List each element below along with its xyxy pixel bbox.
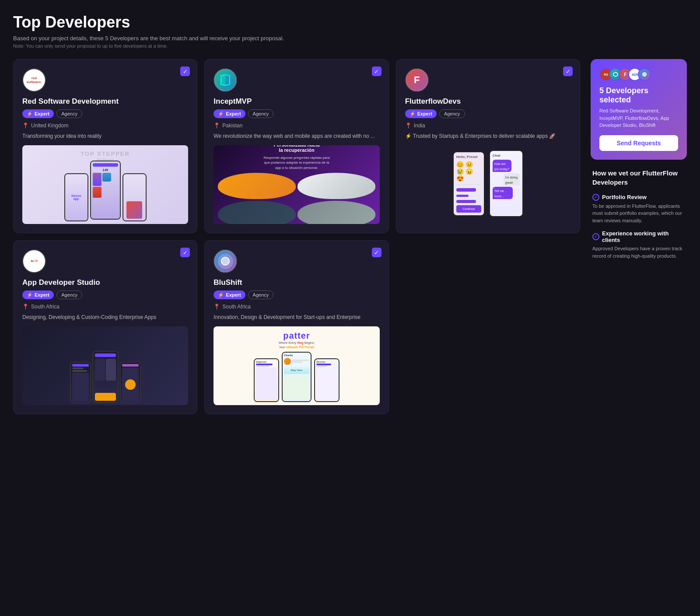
vet-section: How we vet our FlutterFlow Developers ✓ … (591, 168, 687, 260)
badges-flutterflowdevs: ⚡ Expert Agency (405, 109, 571, 118)
avatar-red-software: redsoftware. (22, 68, 46, 92)
card-checkbox-inceptmvp[interactable]: ✓ (372, 66, 382, 76)
location-app-developer-studio: 📍 South Africa (22, 304, 188, 310)
desc-inceptmvp: We revolutionize the way web and mobile … (214, 132, 379, 140)
badge-expert-red-software: ⚡ Expert (22, 109, 54, 118)
vet-item-experience: ✓ Experience working with clients Approv… (592, 230, 685, 259)
badge-expert-flutterflowdevs: ⚡ Expert (405, 109, 437, 118)
location-inceptmvp: 📍 Pakistan (214, 122, 379, 129)
cards-area: ✓ redsoftware. Red Software Development … (13, 59, 580, 414)
dev-card-flutterflowdevs[interactable]: ✓ F FlutterflowDevs ⚡ Expert Agency 📍 In… (396, 59, 580, 233)
location-pin-icon: 📍 (22, 304, 29, 310)
badge-expert-app-developer-studio: ⚡ Expert (22, 290, 54, 299)
desc-red-software: Transforming your idea into reality (22, 132, 188, 140)
page-note: Note: You can only send your proposal to… (13, 43, 687, 49)
selected-count: 5 Developers selected (599, 86, 678, 105)
portfolio-image-inceptmvp: Personalizada haciala recuperación Respo… (214, 145, 379, 224)
bottom-cards-grid: ✓ AD5 App Developer Studio ⚡ Expert Agen… (13, 240, 580, 414)
badges-app-developer-studio: ⚡ Expert Agency (22, 290, 188, 299)
dev-card-blushift[interactable]: ✓ BluShift ⚡ Expert Agency 📍 South Afric… (204, 240, 388, 414)
portfolio-image-app-developer-studio (22, 326, 188, 405)
dev-card-app-developer-studio[interactable]: ✓ AD5 App Developer Studio ⚡ Expert Agen… (13, 240, 197, 414)
location-pin-icon: 📍 (214, 304, 220, 310)
avatar-inceptmvp (214, 68, 237, 92)
desc-flutterflowdevs: ⚡ Trusted by Startups & Enterprises to d… (405, 132, 571, 140)
portfolio-image-flutterflowdevs: Hello, Preset 😊 😐 😢 😠 😍 Continue (405, 145, 571, 222)
badge-expert-inceptmvp: ⚡ Expert (214, 109, 245, 118)
badge-agency-blushift: Agency (248, 290, 274, 299)
location-blushift: 📍 South Africa (214, 304, 379, 310)
selected-names: Red Software Development, InceptMVP, Flu… (599, 107, 678, 129)
badge-expert-blushift: ⚡ Expert (214, 290, 245, 299)
check-icon-experience: ✓ (592, 233, 599, 240)
desc-app-developer-studio: Designing, Developing & Custom-Coding En… (22, 313, 188, 321)
sidebar-panel: RS F AD5 5 Developers selected Red Softw… (591, 59, 687, 266)
badge-agency-app-developer-studio: Agency (56, 290, 82, 299)
check-icon-portfolio: ✓ (592, 194, 599, 201)
sel-avatar-blushift (638, 68, 651, 81)
vet-item-portfolio: ✓ Portfolio Review To be approved in Flu… (592, 194, 685, 224)
dev-name-inceptmvp: InceptMVP (214, 97, 379, 106)
dev-card-inceptmvp[interactable]: ✓ InceptMVP ⚡ Expert Agency (204, 59, 388, 233)
badge-agency-flutterflowdevs: Agency (439, 109, 465, 118)
card-checkbox-app-developer-studio[interactable]: ✓ (180, 248, 190, 257)
location-red-software: 📍 United Kingdom (22, 122, 188, 129)
avatar-flutterflowdevs: F (405, 68, 429, 92)
badges-red-software: ⚡ Expert Agency (22, 109, 188, 118)
location-flutterflowdevs: 📍 India (405, 122, 571, 129)
location-pin-icon: 📍 (22, 122, 29, 129)
svg-marker-0 (613, 72, 618, 77)
top-cards-grid: ✓ redsoftware. Red Software Development … (13, 59, 580, 233)
location-pin-icon: 📍 (405, 122, 412, 129)
location-pin-icon: 📍 (214, 122, 220, 129)
selected-avatars-row: RS F AD5 (599, 68, 678, 81)
page-subtitle: Based on your project details, these 5 D… (13, 35, 687, 42)
vet-item-desc-portfolio: To be approved in FlutterFlow, applicant… (592, 203, 685, 224)
badges-inceptmvp: ⚡ Expert Agency (214, 109, 379, 118)
page-title: Top Developers (13, 13, 687, 32)
avatar-blushift (214, 249, 237, 273)
badge-agency-inceptmvp: Agency (248, 109, 274, 118)
dev-card-red-software[interactable]: ✓ redsoftware. Red Software Development … (13, 59, 197, 233)
card-checkbox-red-software[interactable]: ✓ (180, 66, 190, 76)
avatar-app-developer-studio: AD5 (22, 249, 46, 273)
dev-name-red-software: Red Software Development (22, 97, 188, 106)
badge-agency-red-software: Agency (56, 109, 82, 118)
desc-blushift: Innovation, Design & Development for Sta… (214, 313, 379, 321)
dev-name-flutterflowdevs: FlutterflowDevs (405, 97, 571, 106)
selected-developers-card: RS F AD5 5 Developers selected Red Softw… (591, 59, 687, 160)
card-checkbox-blushift[interactable]: ✓ (372, 248, 382, 257)
send-requests-button[interactable]: Send Requests (599, 135, 678, 151)
portfolio-image-blushift: patter Where Every Wag Begins:Your Ultim… (214, 326, 379, 405)
card-checkbox-flutterflowdevs[interactable]: ✓ (563, 66, 573, 76)
badges-blushift: ⚡ Expert Agency (214, 290, 379, 299)
portfolio-image-red-software: fitnessapp 145 (22, 145, 188, 224)
vet-item-title-experience: ✓ Experience working with clients (592, 230, 685, 243)
vet-item-desc-experience: Approved Developers have a proven track … (592, 245, 685, 259)
vet-item-title-portfolio: ✓ Portfolio Review (592, 194, 685, 201)
dev-name-blushift: BluShift (214, 278, 379, 287)
dev-name-app-developer-studio: App Developer Studio (22, 278, 188, 287)
vet-title: How we vet our FlutterFlow Developers (592, 168, 685, 187)
